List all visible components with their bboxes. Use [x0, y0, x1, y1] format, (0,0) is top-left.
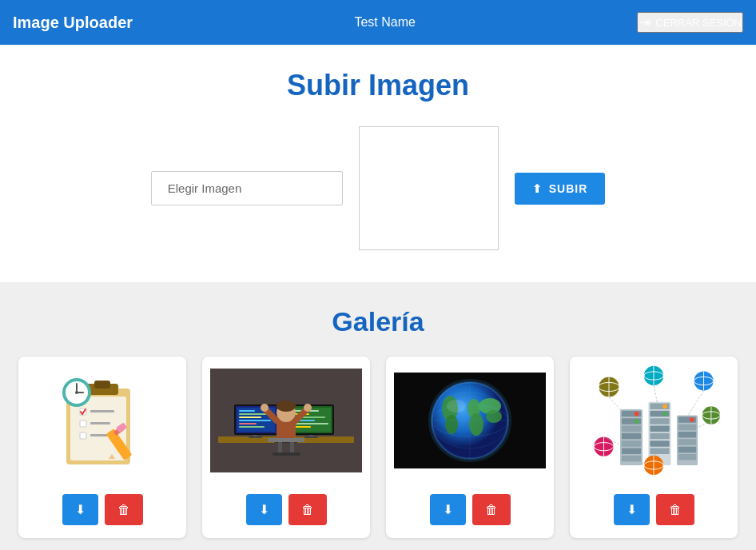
- card-actions: ⬇ 🗑: [570, 484, 738, 538]
- file-input-wrapper[interactable]: Elegir Imagen: [151, 171, 343, 205]
- download-button[interactable]: ⬇: [430, 494, 466, 525]
- gallery-image-area: [570, 357, 738, 484]
- globe-svg: [394, 373, 546, 468]
- svg-rect-24: [239, 410, 255, 412]
- svg-rect-95: [678, 432, 696, 437]
- svg-rect-94: [678, 424, 696, 430]
- coder-svg: [210, 369, 362, 472]
- download-button[interactable]: ⬇: [62, 494, 98, 525]
- svg-point-63: [486, 410, 502, 423]
- upload-button[interactable]: ⬆ SUBIR: [515, 173, 606, 205]
- gallery-card: ⬇ 🗑: [570, 357, 738, 538]
- svg-rect-26: [239, 416, 261, 418]
- logout-icon: ⇥: [639, 14, 651, 31]
- file-input-label: Elegir Imagen: [168, 181, 242, 195]
- gallery-card: ⬇ 🗑: [18, 357, 186, 538]
- upload-title: Subir Imagen: [16, 69, 740, 102]
- svg-point-61: [469, 413, 483, 436]
- svg-point-59: [445, 415, 458, 434]
- card-actions: ⬇ 🗑: [202, 484, 370, 538]
- svg-rect-54: [268, 438, 304, 442]
- svg-point-85: [662, 412, 667, 416]
- card-actions: ⬇ 🗑: [18, 484, 186, 538]
- delete-button[interactable]: 🗑: [288, 494, 327, 525]
- delete-button[interactable]: 🗑: [105, 494, 143, 525]
- svg-rect-8: [80, 432, 86, 439]
- gallery-card: ⬇ 🗑: [386, 357, 554, 538]
- upload-icon: ⬆: [532, 182, 543, 195]
- svg-rect-25: [239, 413, 267, 415]
- svg-rect-79: [622, 448, 641, 454]
- task-illustration-svg: [46, 365, 158, 476]
- svg-rect-96: [678, 439, 696, 444]
- svg-point-75: [635, 419, 639, 424]
- upload-controls: Elegir Imagen ⬆ SUBIR: [16, 126, 740, 250]
- delete-button[interactable]: 🗑: [656, 494, 694, 525]
- gallery-image-area: [386, 357, 554, 484]
- upload-button-label: SUBIR: [549, 182, 588, 195]
- svg-rect-27: [239, 420, 271, 421]
- svg-rect-39: [295, 423, 328, 424]
- gallery-image-area: [202, 357, 370, 484]
- gallery-title: Galería: [16, 306, 740, 337]
- svg-rect-28: [239, 423, 257, 424]
- svg-rect-40: [295, 426, 311, 428]
- svg-rect-77: [622, 433, 641, 439]
- svg-point-49: [304, 404, 312, 412]
- svg-rect-80: [622, 456, 641, 461]
- svg-rect-52: [290, 442, 294, 454]
- svg-rect-51: [278, 442, 282, 454]
- logout-button[interactable]: ⇥ CERRAR SESIÓN: [637, 12, 743, 33]
- svg-point-66: [447, 400, 466, 412]
- gallery-card: ⬇ 🗑: [202, 357, 370, 538]
- svg-rect-31: [249, 436, 262, 438]
- image-preview-box: [359, 126, 499, 250]
- svg-point-73: [635, 412, 639, 416]
- svg-rect-89: [650, 440, 669, 446]
- svg-rect-53: [273, 452, 300, 456]
- gallery-image-area: [18, 357, 186, 484]
- svg-rect-76: [622, 426, 641, 432]
- gallery-grid: ⬇ 🗑: [16, 357, 740, 538]
- svg-rect-42: [304, 436, 318, 438]
- svg-rect-88: [650, 433, 669, 439]
- user-name: Test Name: [354, 15, 415, 30]
- download-button[interactable]: ⬇: [614, 494, 650, 525]
- svg-line-119: [654, 385, 658, 403]
- svg-rect-78: [622, 440, 641, 446]
- delete-button[interactable]: 🗑: [472, 494, 511, 525]
- svg-rect-3: [94, 381, 110, 389]
- svg-rect-87: [650, 426, 669, 432]
- svg-line-120: [687, 391, 704, 417]
- download-button[interactable]: ⬇: [246, 494, 282, 525]
- svg-rect-90: [650, 448, 669, 454]
- svg-point-93: [690, 417, 694, 422]
- upload-section: Subir Imagen Elegir Imagen ⬆ SUBIR: [0, 45, 756, 282]
- svg-rect-98: [678, 454, 696, 460]
- svg-rect-5: [90, 410, 114, 412]
- logout-label: CERRAR SESIÓN: [655, 17, 742, 29]
- app-title: Image Uploader: [13, 14, 133, 32]
- app-header: Image Uploader Test Name ⇥ CERRAR SESIÓN: [0, 0, 756, 45]
- server-svg: [578, 365, 730, 476]
- svg-point-48: [261, 404, 269, 412]
- svg-rect-6: [80, 420, 86, 427]
- card-actions: ⬇ 🗑: [386, 484, 554, 538]
- svg-rect-7: [90, 422, 110, 424]
- svg-rect-97: [678, 447, 696, 452]
- svg-rect-86: [650, 418, 669, 424]
- svg-point-83: [662, 404, 667, 409]
- svg-point-45: [277, 401, 296, 412]
- svg-rect-29: [239, 426, 265, 428]
- gallery-section: Galería: [0, 282, 756, 550]
